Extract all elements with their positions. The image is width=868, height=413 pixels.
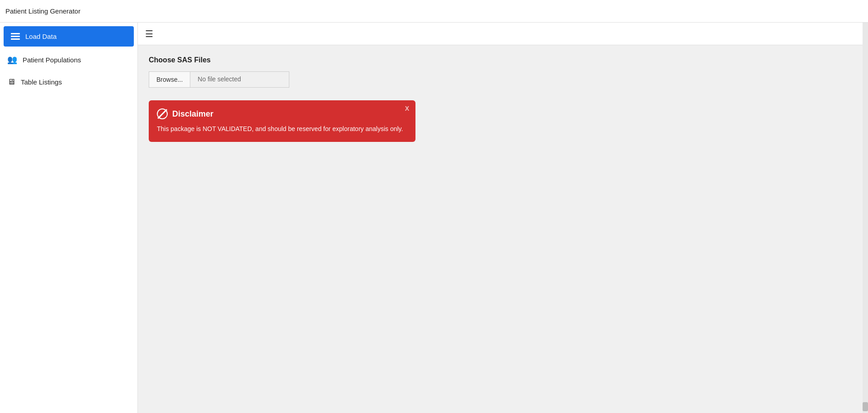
file-chooser: Browse... No file selected bbox=[149, 71, 857, 88]
content-header: ☰ bbox=[138, 23, 868, 45]
sidebar-item-patient-populations-label: Patient Populations bbox=[23, 56, 81, 64]
sidebar-item-table-listings[interactable]: 🖥 Table Listings bbox=[0, 71, 137, 93]
disclaimer-close-button[interactable]: X bbox=[405, 105, 409, 112]
disclaimer-header: Disclaimer bbox=[157, 108, 406, 119]
topbar: Patient Listing Generator bbox=[0, 0, 868, 23]
section-title: Choose SAS Files bbox=[149, 56, 857, 64]
content-body: Choose SAS Files Browse... No file selec… bbox=[138, 45, 868, 153]
people-icon: 👥 bbox=[7, 55, 17, 65]
sidebar-item-table-listings-label: Table Listings bbox=[21, 78, 62, 86]
main-layout: Load Data 👥 Patient Populations 🖥 Table … bbox=[0, 23, 868, 413]
content-area: ☰ Choose SAS Files Browse... No file sel… bbox=[138, 23, 868, 413]
disclaimer-body: This package is NOT VALIDATED, and shoul… bbox=[157, 124, 406, 134]
table-listings-icon: 🖥 bbox=[7, 77, 15, 87]
sidebar-item-load-data-label: Load Data bbox=[25, 33, 57, 40]
ban-icon bbox=[157, 108, 168, 119]
layers-icon bbox=[11, 33, 20, 40]
sidebar-item-load-data[interactable]: Load Data bbox=[4, 26, 134, 47]
file-name-display: No file selected bbox=[190, 71, 289, 88]
disclaimer-title: Disclaimer bbox=[172, 109, 213, 119]
sidebar: Load Data 👥 Patient Populations 🖥 Table … bbox=[0, 23, 138, 413]
app-title: Patient Listing Generator bbox=[5, 7, 80, 15]
scroll-thumb bbox=[863, 402, 868, 411]
disclaimer-box: Disclaimer This package is NOT VALIDATED… bbox=[149, 100, 415, 142]
scrollbar[interactable] bbox=[863, 23, 868, 413]
sidebar-item-patient-populations[interactable]: 👥 Patient Populations bbox=[0, 48, 137, 71]
hamburger-icon[interactable]: ☰ bbox=[145, 28, 153, 39]
browse-button[interactable]: Browse... bbox=[149, 71, 190, 88]
